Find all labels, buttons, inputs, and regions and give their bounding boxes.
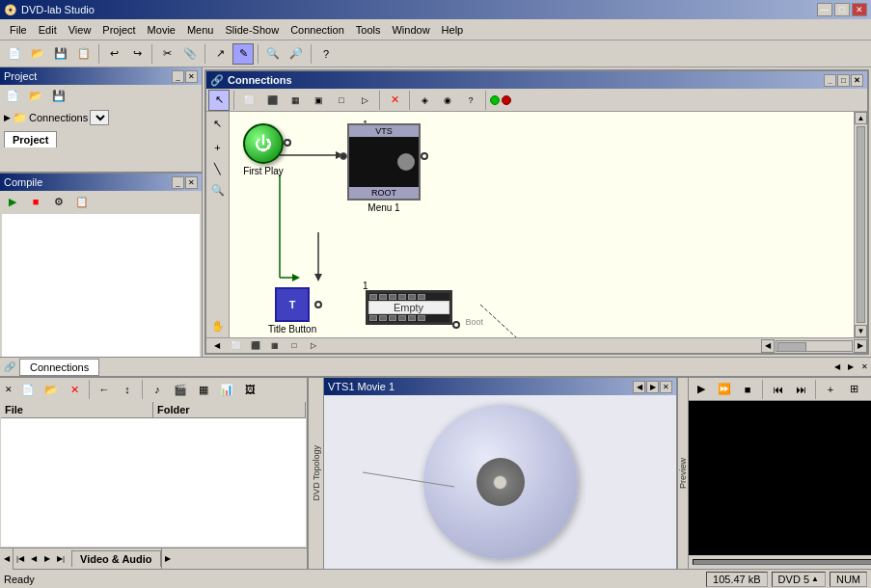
conn-tool-line[interactable]: ╲ bbox=[208, 159, 228, 178]
conn-tool-hand[interactable]: ✋ bbox=[208, 316, 228, 335]
copy-button[interactable]: 📋 bbox=[73, 43, 95, 65]
dvd-nav-right[interactable]: ▶ bbox=[646, 381, 659, 393]
first-play-node[interactable]: ⏻ First Play bbox=[243, 123, 284, 176]
menu1-out-dot[interactable] bbox=[421, 152, 428, 160]
assets-panel-toggle-right[interactable]: ▶ bbox=[161, 548, 175, 570]
connections-tab[interactable]: Connections bbox=[19, 359, 99, 376]
assets-btn2[interactable]: ↕ bbox=[117, 379, 138, 400]
prev-step-fwd[interactable]: ⏭ bbox=[790, 379, 811, 400]
conn-tb-select[interactable]: ↖ bbox=[208, 90, 230, 111]
conn-tb-btn7[interactable]: ◈ bbox=[414, 90, 435, 111]
conn-tb-btn2[interactable]: ⬛ bbox=[261, 90, 283, 111]
first-play-out-dot[interactable] bbox=[284, 139, 291, 147]
conn-tb-btn1[interactable]: ⬜ bbox=[238, 90, 259, 111]
assets-btn1[interactable]: ← bbox=[94, 379, 115, 400]
open-button[interactable]: 📂 bbox=[27, 43, 48, 65]
assets-new-btn[interactable]: 📄 bbox=[17, 379, 39, 400]
assets-tab-video[interactable]: Video & Audio bbox=[71, 550, 161, 567]
seek-track[interactable] bbox=[693, 559, 871, 565]
tb-zoom-in[interactable]: 🔍 bbox=[262, 43, 284, 65]
conn-tb-btn8[interactable]: ◉ bbox=[437, 90, 458, 111]
menu-connection[interactable]: Connection bbox=[285, 22, 350, 38]
tab-nav-right[interactable]: ▶ bbox=[844, 360, 857, 375]
undo-button[interactable]: ↩ bbox=[103, 43, 124, 65]
menu1-in-dot[interactable] bbox=[340, 152, 347, 160]
view-btn1[interactable]: ◀ bbox=[208, 339, 226, 353]
project-close-btn[interactable]: ✕ bbox=[185, 70, 198, 83]
h-scroll-right-btn[interactable]: ▶ bbox=[854, 339, 867, 353]
conn-tool-arrow[interactable]: ↖ bbox=[208, 114, 228, 133]
prev-play-btn[interactable]: ▶ bbox=[691, 379, 712, 400]
scrollbar-up-btn[interactable]: ▲ bbox=[855, 112, 867, 124]
assets-nav-next[interactable]: ▶ bbox=[41, 552, 54, 566]
save-button[interactable]: 💾 bbox=[50, 43, 71, 65]
new-button[interactable]: 📄 bbox=[4, 43, 25, 65]
paste-button[interactable]: 📎 bbox=[179, 43, 201, 65]
menu-slideshow[interactable]: Slide-Show bbox=[219, 22, 285, 38]
tree-item-dropdown[interactable] bbox=[90, 110, 109, 125]
scrollbar-down-btn[interactable]: ▼ bbox=[855, 325, 867, 337]
menu-help[interactable]: Help bbox=[436, 22, 470, 38]
view-btn6[interactable]: ▷ bbox=[305, 339, 322, 353]
assets-btn6[interactable]: 📊 bbox=[216, 379, 237, 400]
cut-button[interactable]: ✂ bbox=[156, 43, 177, 65]
assets-open-btn[interactable]: 📂 bbox=[41, 379, 62, 400]
proj-open-btn[interactable]: 📂 bbox=[25, 85, 46, 106]
prev-ff-btn[interactable]: ⏩ bbox=[714, 379, 735, 400]
view-btn2[interactable]: ⬜ bbox=[228, 339, 245, 353]
conn-close-btn[interactable]: ✕ bbox=[851, 74, 863, 87]
movie-empty-node[interactable]: Empty bbox=[363, 290, 454, 325]
assets-btn5[interactable]: ▦ bbox=[193, 379, 214, 400]
assets-btn7[interactable]: 🖼 bbox=[239, 379, 260, 400]
conn-tb-btn6[interactable]: ▷ bbox=[354, 90, 375, 111]
maximize-button[interactable]: □ bbox=[834, 3, 850, 16]
project-tab[interactable]: Project bbox=[4, 131, 57, 147]
tab-nav-left[interactable]: ◀ bbox=[830, 360, 844, 375]
compile-play-btn[interactable]: ▶ bbox=[2, 191, 23, 212]
conn-tb-btn4[interactable]: ▣ bbox=[308, 90, 329, 111]
conn-minimize-btn[interactable]: _ bbox=[824, 74, 836, 87]
assets-nav-end[interactable]: ▶| bbox=[54, 552, 68, 566]
conn-tb-btn5[interactable]: □ bbox=[331, 90, 352, 111]
assets-close-btn[interactable]: ✕ bbox=[2, 383, 15, 396]
movie-out-dot[interactable] bbox=[452, 321, 460, 329]
prev-clock-btn[interactable]: 🕐 bbox=[866, 379, 871, 400]
menu-file[interactable]: File bbox=[4, 22, 33, 38]
prev-zoom-btn[interactable]: ⊞ bbox=[843, 379, 864, 400]
h-scroll-left-btn[interactable]: ◀ bbox=[761, 339, 775, 353]
menu1-node[interactable]: VTS ROOT Menu 1 bbox=[345, 123, 422, 213]
compile-log-btn[interactable]: 📋 bbox=[71, 191, 93, 212]
menu-menu[interactable]: Menu bbox=[181, 22, 220, 38]
h-scrollbar-thumb[interactable] bbox=[777, 342, 806, 352]
title-btn-out-dot[interactable] bbox=[314, 301, 322, 308]
tree-item-connections[interactable]: ▶ 📁 Connections bbox=[4, 108, 198, 127]
menu-movie[interactable]: Movie bbox=[142, 22, 181, 38]
compile-stop-btn[interactable]: ■ bbox=[25, 191, 46, 212]
dvd-close-btn[interactable]: ✕ bbox=[660, 381, 672, 393]
menu-view[interactable]: View bbox=[63, 22, 97, 38]
tb-help[interactable]: ? bbox=[315, 43, 337, 65]
preview-seekbar[interactable] bbox=[689, 555, 871, 569]
dvd-nav-left[interactable]: ◀ bbox=[633, 381, 645, 393]
conn-scrollbar-v[interactable]: ▲ ▼ bbox=[854, 112, 867, 337]
compile-minimize-btn[interactable]: _ bbox=[172, 176, 184, 189]
proj-new-btn[interactable]: 📄 bbox=[2, 85, 23, 106]
prev-rew-btn[interactable]: ⏮ bbox=[767, 379, 788, 400]
title-button-node[interactable]: T Title Button bbox=[268, 287, 316, 334]
assets-nav-prev[interactable]: ◀ bbox=[27, 552, 41, 566]
close-button[interactable]: ✕ bbox=[852, 3, 867, 16]
menu-window[interactable]: Window bbox=[386, 22, 435, 38]
conn-maximize-btn[interactable]: □ bbox=[837, 74, 850, 87]
first-play-button[interactable]: ⏻ bbox=[243, 123, 284, 164]
minimize-button[interactable]: — bbox=[817, 3, 832, 16]
conn-tool-add[interactable]: + bbox=[208, 138, 228, 157]
project-minimize-btn[interactable]: _ bbox=[172, 70, 184, 83]
conn-tool-zoom[interactable]: 🔍 bbox=[208, 180, 228, 200]
prev-stop-btn[interactable]: ■ bbox=[737, 379, 758, 400]
menu-project[interactable]: Project bbox=[96, 22, 141, 38]
assets-panel-toggle[interactable]: ◀ bbox=[0, 548, 14, 570]
assets-btn3[interactable]: ♪ bbox=[147, 379, 168, 400]
assets-btn4[interactable]: 🎬 bbox=[170, 379, 191, 400]
title-btn-visual[interactable]: T bbox=[275, 287, 310, 322]
redo-button[interactable]: ↪ bbox=[126, 43, 148, 65]
